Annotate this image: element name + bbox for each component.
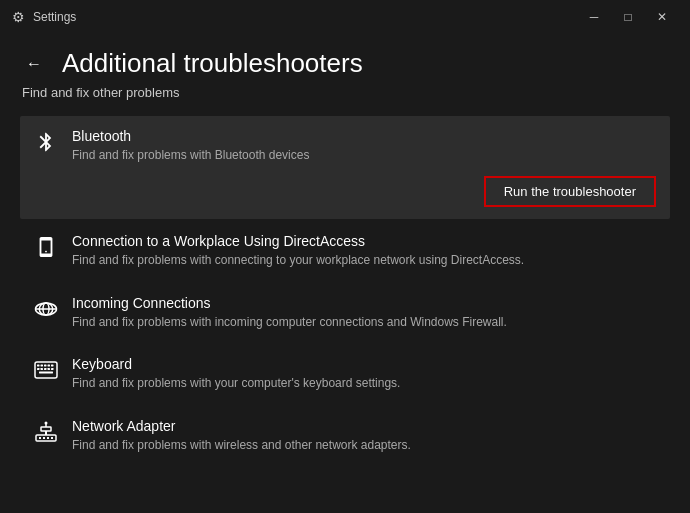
svg-rect-20: [51, 437, 53, 439]
svg-point-24: [45, 422, 48, 425]
minimize-button[interactable]: ─: [578, 7, 610, 27]
item-header-keyboard: Keyboard Find and fix problems with your…: [34, 356, 656, 392]
item-header-bluetooth: Bluetooth Find and fix problems with Blu…: [34, 128, 656, 164]
main-content: ← Additional troubleshooters Find and fi…: [0, 32, 690, 482]
svg-rect-12: [44, 368, 47, 370]
close-button[interactable]: ✕: [646, 7, 678, 27]
titlebar-left: ⚙ Settings: [12, 9, 76, 25]
item-desc-incoming: Find and fix problems with incoming comp…: [72, 314, 656, 331]
page-title: Additional troubleshooters: [62, 48, 363, 79]
page-subtitle: Find and fix other problems: [22, 85, 670, 100]
item-title-directaccess: Connection to a Workplace Using DirectAc…: [72, 233, 656, 249]
svg-rect-14: [51, 368, 54, 370]
troubleshooter-item-incoming[interactable]: Incoming Connections Find and fix proble…: [20, 283, 670, 343]
incoming-connections-icon: [34, 297, 58, 321]
directaccess-icon: [34, 235, 58, 259]
svg-rect-17: [39, 437, 41, 439]
item-text-directaccess: Connection to a Workplace Using DirectAc…: [72, 233, 656, 269]
item-desc-bluetooth: Find and fix problems with Bluetooth dev…: [72, 147, 656, 164]
item-text-bluetooth: Bluetooth Find and fix problems with Blu…: [72, 128, 656, 164]
svg-rect-10: [37, 368, 40, 370]
titlebar-title: Settings: [33, 10, 76, 24]
item-title-network: Network Adapter: [72, 418, 656, 434]
item-title-bluetooth: Bluetooth: [72, 128, 656, 144]
troubleshooter-list: Bluetooth Find and fix problems with Blu…: [20, 116, 670, 466]
svg-rect-7: [44, 365, 47, 367]
svg-rect-13: [48, 368, 51, 370]
troubleshooter-item-bluetooth[interactable]: Bluetooth Find and fix problems with Blu…: [20, 116, 670, 219]
back-button[interactable]: ←: [20, 50, 48, 78]
svg-rect-9: [51, 365, 54, 367]
svg-rect-11: [41, 368, 44, 370]
item-desc-directaccess: Find and fix problems with connecting to…: [72, 252, 656, 269]
item-action-bluetooth: Run the troubleshooter: [34, 176, 656, 207]
item-header-incoming: Incoming Connections Find and fix proble…: [34, 295, 656, 331]
svg-rect-5: [37, 365, 40, 367]
item-desc-keyboard: Find and fix problems with your computer…: [72, 375, 656, 392]
keyboard-icon: [34, 358, 58, 382]
titlebar: ⚙ Settings ─ □ ✕: [0, 0, 690, 32]
troubleshooter-item-network[interactable]: Network Adapter Find and fix problems wi…: [20, 406, 670, 466]
titlebar-controls: ─ □ ✕: [578, 7, 678, 27]
page-header: ← Additional troubleshooters: [20, 48, 670, 79]
troubleshooter-item-keyboard[interactable]: Keyboard Find and fix problems with your…: [20, 344, 670, 404]
item-text-incoming: Incoming Connections Find and fix proble…: [72, 295, 656, 331]
item-title-incoming: Incoming Connections: [72, 295, 656, 311]
svg-rect-18: [43, 437, 45, 439]
svg-rect-6: [41, 365, 44, 367]
bluetooth-icon: [34, 130, 58, 154]
item-text-keyboard: Keyboard Find and fix problems with your…: [72, 356, 656, 392]
svg-rect-8: [48, 365, 51, 367]
run-troubleshooter-button[interactable]: Run the troubleshooter: [484, 176, 656, 207]
network-adapter-icon: [34, 420, 58, 444]
item-desc-network: Find and fix problems with wireless and …: [72, 437, 656, 454]
item-header-network: Network Adapter Find and fix problems wi…: [34, 418, 656, 454]
item-text-network: Network Adapter Find and fix problems wi…: [72, 418, 656, 454]
back-icon: ←: [26, 55, 42, 73]
settings-icon: ⚙: [12, 9, 25, 25]
svg-rect-22: [41, 427, 51, 431]
maximize-button[interactable]: □: [612, 7, 644, 27]
troubleshooter-item-directaccess[interactable]: Connection to a Workplace Using DirectAc…: [20, 221, 670, 281]
item-title-keyboard: Keyboard: [72, 356, 656, 372]
svg-rect-19: [47, 437, 49, 439]
svg-rect-15: [39, 372, 53, 374]
item-header-directaccess: Connection to a Workplace Using DirectAc…: [34, 233, 656, 269]
